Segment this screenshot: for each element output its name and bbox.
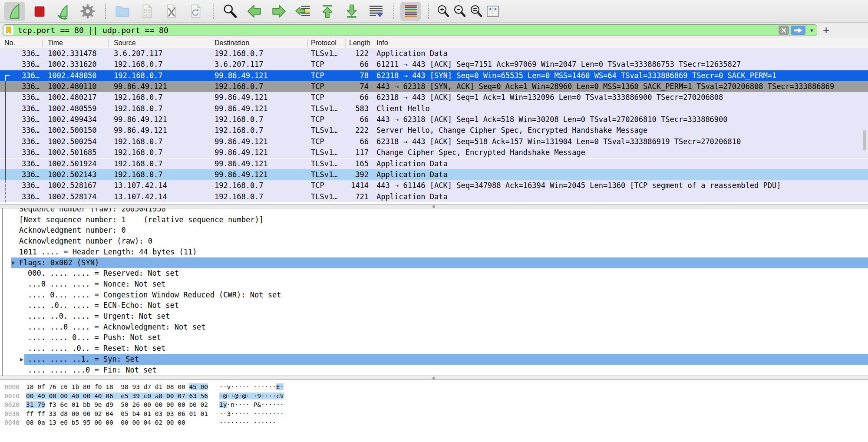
zoom-in-button[interactable] bbox=[435, 2, 452, 21]
reload-file-button[interactable] bbox=[185, 2, 206, 21]
packet-row[interactable]: 336…1002.52817413.107.42.14192.168.0.7TL… bbox=[0, 191, 868, 202]
detail-field[interactable]: .... ..0. .... = Urgent: Not set bbox=[0, 311, 868, 322]
column-separator[interactable] bbox=[307, 39, 308, 47]
detail-field[interactable]: [Next sequence number: 1 (relative seque… bbox=[0, 214, 868, 225]
filter-clear-button[interactable] bbox=[779, 26, 789, 35]
colorize-packets-button[interactable] bbox=[400, 2, 421, 21]
packet-cell-no: 336… bbox=[0, 103, 43, 114]
hex-ascii: ········ ······ bbox=[219, 418, 276, 427]
packet-cell-source: 99.86.49.121 bbox=[109, 114, 209, 125]
zoom-out-button[interactable] bbox=[452, 2, 468, 21]
expand-expander-icon[interactable]: ▶ bbox=[20, 354, 23, 365]
packet-row[interactable]: 336…1002.502143192.168.0.799.86.49.121TL… bbox=[0, 169, 868, 180]
column-separator[interactable] bbox=[42, 39, 43, 47]
packet-row[interactable]: 336…1002.448050192.168.0.799.86.49.121TC… bbox=[0, 70, 868, 81]
pane-splitter-top[interactable] bbox=[0, 204, 868, 208]
column-header-info[interactable]: Info bbox=[372, 38, 868, 48]
detail-field[interactable]: .... .0.. .... = ECN-Echo: Not set bbox=[0, 300, 868, 311]
detail-field[interactable]: .... ...0 .... = Acknowledgment: Not set bbox=[0, 322, 868, 333]
column-header-source[interactable]: Source bbox=[109, 38, 209, 48]
packet-cell-time: 1002.502143 bbox=[43, 169, 109, 180]
packet-cell-info: 62318 → 443 [SYN] Seq=0 Win=65535 Len=0 … bbox=[372, 70, 868, 81]
filter-add-button[interactable]: + bbox=[823, 23, 829, 38]
open-file-button[interactable] bbox=[112, 2, 133, 21]
packet-cell-source: 192.168.0.7 bbox=[109, 147, 209, 158]
go-back-button[interactable] bbox=[244, 2, 265, 21]
hex-row[interactable]: 000018 0f 76 c6 1b 80 f0 18 98 93 d7 d1 … bbox=[0, 383, 868, 391]
packet-row[interactable]: 336…1002.49943499.86.49.121192.168.0.7TC… bbox=[0, 114, 868, 125]
column-header-length[interactable]: Length bbox=[346, 38, 372, 48]
packet-row[interactable]: 336…1002.3314783.6.207.117192.168.0.7TLS… bbox=[0, 48, 868, 59]
packet-row[interactable]: 336…1002.480559192.168.0.799.86.49.121TL… bbox=[0, 103, 868, 114]
column-separator[interactable] bbox=[345, 39, 346, 47]
packet-cell-no: 336… bbox=[0, 191, 43, 202]
arrow-into-list-icon bbox=[295, 3, 311, 20]
detail-field[interactable]: ▼Flags: 0x002 (SYN) bbox=[0, 257, 868, 268]
auto-scroll-button[interactable] bbox=[366, 2, 386, 21]
detail-field[interactable]: .... .... 0... = Push: Not set bbox=[0, 332, 868, 343]
packet-row[interactable]: 336…1002.50015099.86.49.121192.168.0.7TL… bbox=[0, 125, 868, 136]
detail-field[interactable]: .... .... .0.. = Reset: Not set bbox=[0, 343, 868, 354]
arrow-right-icon bbox=[271, 3, 287, 20]
packet-row[interactable]: 336…1002.501924192.168.0.799.86.49.121TL… bbox=[0, 158, 868, 169]
hex-row[interactable]: 002031 79 f3 6e 01 bb 9e d9 50 26 00 00 … bbox=[0, 400, 868, 409]
save-file-button[interactable]: 0110 0110 0110 bbox=[136, 2, 157, 21]
filter-apply-button[interactable] bbox=[791, 26, 805, 35]
column-separator[interactable] bbox=[108, 39, 109, 47]
packet-cell-protocol: TCP bbox=[308, 180, 346, 191]
packet-cell-time: 1002.500254 bbox=[43, 136, 109, 147]
hex-row[interactable]: 0030ff ff 33 d8 00 00 02 04 05 b4 01 03 … bbox=[0, 409, 868, 418]
packet-cell-no: 336… bbox=[0, 136, 43, 147]
filter-history-dropdown[interactable]: ▼ bbox=[809, 28, 814, 33]
detail-field[interactable]: Sequence number (raw): 2665041958 bbox=[0, 208, 868, 214]
packet-cell-protocol: TLSv1… bbox=[308, 103, 346, 114]
pane-splitter-bottom[interactable] bbox=[0, 376, 868, 380]
find-packet-button[interactable] bbox=[220, 2, 241, 21]
detail-field[interactable]: .... 0... .... = Congestion Window Reduc… bbox=[0, 290, 868, 300]
packet-cell-length: 165 bbox=[346, 158, 372, 169]
go-to-top-button[interactable] bbox=[317, 2, 338, 21]
restart-capture-button[interactable] bbox=[53, 2, 74, 21]
filter-bookmark-button[interactable] bbox=[4, 26, 13, 35]
zoom-reset-button[interactable] bbox=[468, 2, 485, 21]
packet-row[interactable]: 336…1002.331620192.168.0.73.6.207.117TCP… bbox=[0, 59, 868, 70]
detail-field[interactable]: 000. .... .... = Reserved: Not set bbox=[0, 268, 868, 279]
hex-row[interactable]: 004008 0a 13 e6 b5 95 00 00 00 00 04 02 … bbox=[0, 418, 868, 427]
packet-cell-length: 74 bbox=[346, 81, 372, 92]
hex-row[interactable]: 001000 40 00 00 40 00 40 06 e5 39 c0 a8 … bbox=[0, 392, 868, 400]
resize-columns-button[interactable] bbox=[485, 2, 501, 21]
go-to-packet-button[interactable] bbox=[293, 2, 314, 21]
column-header-protocol[interactable]: Protocol bbox=[308, 38, 346, 48]
shark-fin-icon bbox=[7, 3, 23, 20]
detail-field[interactable]: ...0 .... .... = Nonce: Not set bbox=[0, 279, 868, 290]
go-forward-button[interactable] bbox=[268, 2, 289, 21]
start-capture-button[interactable] bbox=[4, 2, 25, 21]
packet-row[interactable]: 336…1002.52816713.107.42.14192.168.0.7TC… bbox=[0, 180, 868, 191]
packet-cell-protocol: TCP bbox=[308, 59, 346, 70]
packet-list-scrollbar[interactable] bbox=[863, 130, 866, 150]
stop-capture-button[interactable] bbox=[29, 2, 50, 21]
column-separator[interactable] bbox=[209, 39, 209, 47]
column-separator[interactable] bbox=[372, 39, 372, 47]
detail-field[interactable]: 1011 .... = Header Length: 44 bytes (11) bbox=[0, 247, 868, 257]
go-to-bottom-button[interactable] bbox=[341, 2, 362, 21]
column-header-destination[interactable]: Destination bbox=[209, 38, 308, 48]
packet-row[interactable]: 336…1002.48011099.86.49.121192.168.0.7TC… bbox=[0, 81, 868, 92]
column-header-time[interactable]: Time bbox=[43, 38, 109, 48]
packet-row[interactable]: 336…1002.500254192.168.0.799.86.49.121TC… bbox=[0, 136, 868, 147]
detail-field[interactable]: ▶.... .... ..1. = Syn: Set bbox=[0, 354, 868, 365]
filter-expression[interactable]: tcp.port == 80 || udp.port == 80 bbox=[18, 26, 779, 35]
packet-cell-time: 1002.331478 bbox=[43, 48, 109, 59]
detail-field[interactable]: Acknowledgment number: 0 bbox=[0, 225, 868, 236]
collapse-expander-icon[interactable]: ▼ bbox=[11, 257, 15, 268]
detail-field[interactable]: .... .... ...0 = Fin: Not set bbox=[0, 365, 868, 376]
close-file-button[interactable] bbox=[161, 2, 182, 21]
column-header-no[interactable]: No. bbox=[0, 38, 43, 48]
detail-field[interactable]: Acknowledgment number (raw): 0 bbox=[0, 236, 868, 247]
display-filter-input[interactable]: tcp.port == 80 || udp.port == 80 ▼ bbox=[3, 24, 817, 36]
packet-row[interactable]: 336…1002.501685192.168.0.799.86.49.121TL… bbox=[0, 147, 868, 158]
capture-options-button[interactable] bbox=[77, 2, 98, 21]
detail-field-text: .... ...0 .... = Acknowledgment: Not set bbox=[28, 322, 205, 333]
packet-row[interactable]: 336…1002.480217192.168.0.799.86.49.121TC… bbox=[0, 92, 868, 103]
packet-cell-length: 1414 bbox=[346, 180, 372, 191]
